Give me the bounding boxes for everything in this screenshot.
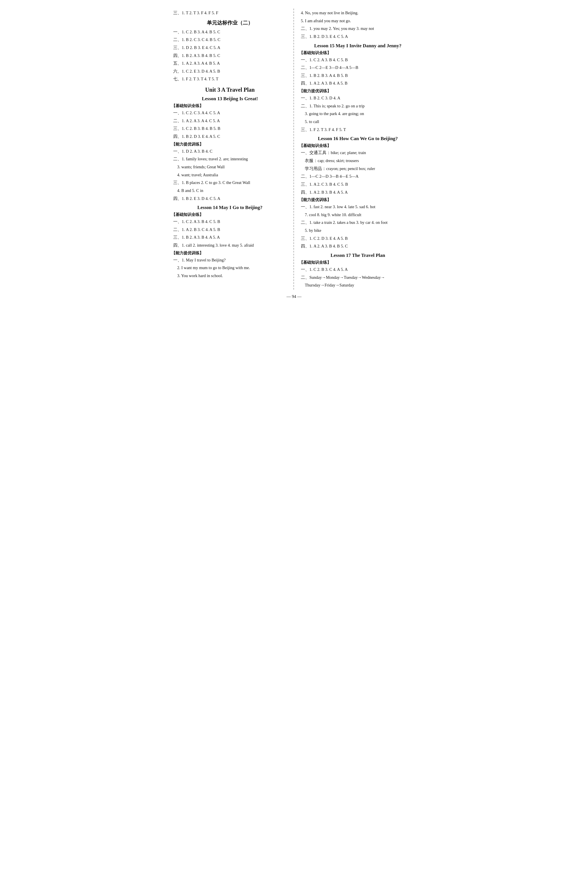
top-answers: 三、1. T 2. T 3. F 4. F 5. F (173, 9, 288, 16)
lesson17-title: Lesson 17 The Travel Plan (299, 253, 417, 258)
l15-a3: 3. going to the park 4. are going; on (305, 110, 417, 117)
l16-b2: 三、1. A 2. C 3. B 4. C 5. B (301, 181, 417, 188)
section2-title: 单元达标作业（二） (171, 19, 288, 26)
l16-a6: 四、1. A 2. A 3. B 4. B 5. C (301, 243, 417, 250)
l14-a2: 2. I want my mum to go to Beijing with m… (177, 264, 288, 271)
l13-tag1: 【基础知识全练】 (171, 103, 288, 108)
l15-b2: 二、1—C 2—E 3—D 4—A 5—B (301, 64, 417, 71)
l15-b4: 四、1. A 2. A 3. B 4. A 5. B (301, 80, 417, 87)
page-number: — 94 — (171, 294, 417, 299)
l14-b4: 四、1. call 2. interesting 3. love 4. may … (173, 242, 288, 249)
l16-tag2: 【能力提优训练】 (299, 197, 417, 202)
left-column: 三、1. T 2. T 3. F 4. F 5. F 单元达标作业（二） 一、1… (171, 9, 294, 290)
l13-b2: 二、1. A 2. A 3. A 4. C 5. A (173, 117, 288, 124)
l15-b3: 三、1. B 2. B 3. A 4. B 5. B (301, 72, 417, 79)
l14-tag1: 【基础知识全练】 (171, 212, 288, 217)
l13-a1: 一、1. D 2. A 3. B 4. C (173, 148, 288, 155)
lesson14-title: Lesson 14 May I Go to Beijing? (171, 205, 288, 210)
l16-tag1: 【基础知识全练】 (299, 143, 417, 148)
l14-cont-5: 5. I am afraid you may not go. (301, 17, 417, 24)
l16-a2: 7. cool 8. big 9. white 10. difficult (305, 211, 417, 219)
s2-row-3: 三、1. D 2. B 3. E 4. C 5. A (173, 44, 288, 51)
l13-a7: 四、1. B 2. E 3. D 4. C 5. A (173, 195, 288, 202)
l17-b2: 二、Sunday→Monday→Tuesday→Wednesday→ (301, 274, 417, 281)
l17-b3: Thursday→Friday→Saturday (305, 282, 417, 289)
l16-b3: 四、1. A 2. B 3. B 4. A 5. A (301, 189, 417, 196)
l15-tag1: 【基础知识全练】 (299, 50, 417, 55)
l16-sp1: 一、交通工具：bike; car; plane; train (301, 149, 417, 156)
l16-sp2: 衣服：cap; dress; skirt; trousers (305, 157, 417, 164)
l16-a5: 三、1. C 2. D 3. E 4. A 5. B (301, 235, 417, 242)
right-column: 4. No, you may not live in Beijing. 5. I… (294, 9, 417, 290)
l13-b1: 一、1. C 2. C 3. A 4. C 5. A (173, 109, 288, 117)
l14-r1: 二、1. you may 2. Yes; you may 3. may not (301, 25, 417, 32)
l15-a5: 三、1. F 2. T 3. F 4. F 5. T (301, 126, 417, 133)
s2-row-2: 二、1. B 2. C 3. C 4. B 5. C (173, 36, 288, 43)
l16-b1: 二、1—C 2—D 3—B 4—E 5—A (301, 173, 417, 180)
l13-a4: 4. want; travel; Australia (177, 171, 288, 178)
l13-a6: 4. B and 5. C in (177, 187, 288, 194)
l15-a1: 一、1. B 2. C 3. D 4. A (301, 94, 417, 102)
l13-a2: 二、1. family loves; travel 2. are; intere… (173, 156, 288, 163)
l15-a2: 二、1. This is; speak to 2. go on a trip (301, 102, 417, 109)
l13-b3: 三、1. C 2. B 3. B 4. B 5. B (173, 125, 288, 132)
s2-row-1: 一、1. C 2. B 3. A 4. B 5. C (173, 28, 288, 36)
lesson16-title: Lesson 16 How Can We Go to Beijing? (299, 136, 417, 142)
l14-a1: 一、1. May I travel to Beijing? (173, 256, 288, 264)
l15-a4: 5. to call (305, 118, 417, 125)
l17-b1: 一、1. C 2. B 3. C 4. A 5. A (301, 266, 417, 273)
unit-title: Unit 3 A Travel Plan (171, 87, 288, 93)
lesson15-title: Lesson 15 May I Invite Danny and Jenny? (299, 43, 417, 49)
s2-row-7: 七、1. F 2. T 3. T 4. T 5. T (173, 75, 288, 82)
l13-b4: 四、1. B 2. D 3. E 4. A 5. C (173, 133, 288, 140)
l14-r2: 三、1. B 2. D 3. E 4. C 5. A (301, 33, 417, 40)
s2-row-5: 五、1. A 2. A 3. A 4. B 5. A (173, 60, 288, 67)
s2-row-6: 六、1. C 2. E 3. D 4. A 5. B (173, 68, 288, 75)
section2-rows: 一、1. C 2. B 3. A 4. B 5. C 二、1. B 2. C 3… (171, 28, 288, 82)
s2-row-4: 四、1. B 2. A 3. B 4. B 5. C (173, 52, 288, 59)
l14-a3: 3. You work hard in school. (177, 272, 288, 279)
l15-tag2: 【能力提优训练】 (299, 88, 417, 94)
l14-b1: 一、1. C 2. A 3. B 4. C 5. B (173, 218, 288, 225)
l14-b2: 二、1. A 2. B 3. C 4. A 5. B (173, 226, 288, 233)
l17-tag1: 【基础知识全练】 (299, 260, 417, 265)
l14-tag2: 【能力提优训练】 (171, 250, 288, 256)
l14-cont-4: 4. No, you may not live in Beijing. (301, 9, 417, 16)
l16-a4: 5. by bike (305, 227, 417, 234)
l15-b1: 一、1. C 2. A 3. B 4. C 5. B (301, 56, 417, 63)
l13-a3: 3. wants; friends; Great Wall (177, 163, 288, 171)
l16-sp3: 学习用品：crayon; pen; pencil box; ruler (305, 165, 417, 172)
l13-a5: 三、1. B places 2. C to go 3. C the Great … (173, 179, 288, 186)
l14-b3: 三、1. B 2. A 3. B 4. A 5. A (173, 234, 288, 241)
lesson13-title: Lesson 13 Beijing Is Great! (171, 96, 288, 102)
l16-a1: 一、1. fast 2. near 3. low 4. late 5. sad … (301, 203, 417, 210)
l16-a3: 二、1. take a train 2. takes a bus 3. by c… (301, 219, 417, 226)
l13-tag2: 【能力提优训练】 (171, 142, 288, 147)
